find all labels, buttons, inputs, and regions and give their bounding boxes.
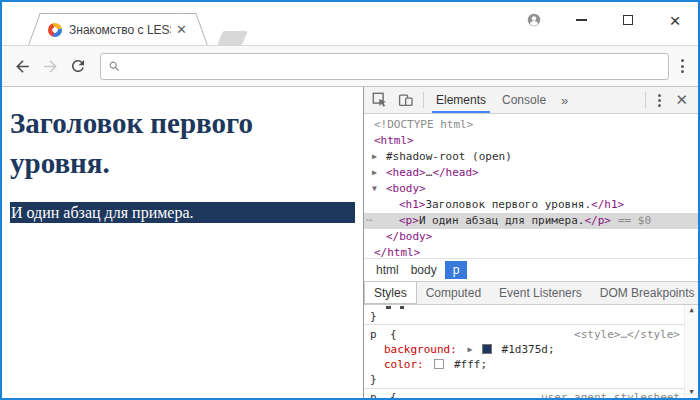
page-paragraph: И один абзац для примера. — [10, 202, 355, 223]
style-rule-p-user-agent[interactable]: p { user agent stylesheet — [364, 388, 684, 398]
breadcrumb-item-html[interactable]: html — [370, 261, 405, 279]
tab-event-listeners[interactable]: Event Listeners — [490, 282, 591, 304]
window-close-button[interactable]: × — [668, 13, 682, 27]
devtools-close-icon[interactable]: ✕ — [669, 87, 698, 113]
main-area: Заголовок первого уровня. И один абзац д… — [2, 87, 698, 398]
search-icon — [101, 54, 127, 78]
declaration-background[interactable]: background: ▶ #1d375d; — [364, 342, 684, 357]
window-controls: × — [527, 7, 682, 33]
devtools-tab-elements[interactable]: Elements — [428, 87, 494, 113]
scroll-down-icon[interactable]: ▼ — [689, 389, 693, 396]
tab-dom-breakpoints[interactable]: DOM Breakpoints — [591, 282, 698, 304]
tree-node-shadow-root[interactable]: ▶#shadow-root (open) — [364, 149, 698, 165]
devtools-toolbar: Elements Console » ✕ — [364, 87, 698, 114]
console-reference-label: == $0 — [618, 214, 651, 227]
tree-collapsed-icon[interactable]: ▶ — [372, 149, 386, 165]
tab-styles[interactable]: Styles — [364, 282, 417, 304]
styles-pane: } p { <style>…</style> background: ▶ #1d… — [364, 305, 698, 398]
minimize-button[interactable] — [574, 13, 588, 27]
style-rule-p[interactable]: p { <style>…</style> background: ▶ #1d37… — [364, 324, 684, 388]
hover-dots-icon[interactable]: … — [366, 210, 373, 226]
devtools-tab-console[interactable]: Console — [494, 87, 554, 113]
toolbar-separator — [423, 92, 424, 108]
shorthand-expand-icon[interactable]: ▶ — [467, 345, 472, 354]
back-button-icon[interactable] — [10, 54, 34, 78]
tree-collapsed-icon[interactable]: ▶ — [372, 165, 386, 181]
rule-close-brace: } — [364, 372, 684, 387]
tree-node-body-open[interactable]: ▼<body> — [364, 181, 698, 197]
tree-node-html-open[interactable]: <html> — [364, 133, 698, 149]
more-tabs-icon[interactable]: » — [554, 87, 575, 113]
browser-menu-kebab-icon[interactable] — [681, 59, 684, 73]
tab-close-icon[interactable]: ✕ — [171, 23, 192, 36]
address-bar[interactable] — [100, 53, 669, 80]
breadcrumb-item-p-selected[interactable]: p — [445, 261, 468, 279]
profile-icon[interactable] — [527, 13, 541, 27]
address-input[interactable] — [127, 54, 668, 79]
favicon-icon — [48, 23, 62, 37]
scroll-up-icon[interactable]: ▲ — [689, 307, 693, 314]
browser-tab[interactable]: Знакомство с LESS ✕ — [42, 13, 194, 45]
elements-tree: <!DOCTYPE html> <html> ▶#shadow-root (op… — [364, 114, 698, 258]
maximize-button[interactable] — [621, 13, 635, 27]
device-toolbar-icon[interactable] — [393, 87, 419, 113]
toolbar-separator — [645, 92, 646, 108]
rule-selector: p — [370, 328, 377, 341]
breadcrumb: html body p — [364, 258, 698, 281]
titlebar: Знакомство с LESS ✕ × — [2, 2, 698, 45]
tab-title: Знакомство с LESS — [69, 23, 171, 37]
forward-button-icon — [38, 54, 62, 78]
tree-expanded-icon[interactable]: ▼ — [372, 181, 386, 197]
inspect-element-icon[interactable] — [364, 87, 393, 113]
tree-node-html-close[interactable]: </html> — [364, 245, 698, 258]
tree-node-h1[interactable]: <h1>Заголовок первого уровня.</h1> — [364, 197, 698, 213]
tree-node-p-selected[interactable]: …<p>И один абзац для примера.</p>== $0 — [364, 213, 698, 229]
page-heading: Заголовок первого уровня. — [10, 103, 342, 183]
color-swatch-white[interactable] — [434, 359, 444, 369]
declaration-color[interactable]: color: #fff; — [364, 357, 684, 372]
devtools-panel: Elements Console » ✕ <!DOCTYPE html> <ht… — [363, 87, 698, 398]
tab-computed[interactable]: Computed — [417, 282, 490, 304]
tree-node-head[interactable]: ▶<head>…</head> — [364, 165, 698, 181]
page-viewport: Заголовок первого уровня. И один абзац д… — [2, 87, 363, 398]
breadcrumb-item-body[interactable]: body — [405, 261, 443, 279]
refresh-button-icon[interactable] — [66, 54, 90, 78]
devtools-menu-kebab-icon[interactable] — [650, 87, 669, 113]
rule-origin-link[interactable]: <style>…</style> — [574, 327, 680, 342]
styles-tab-bar: Styles Computed Event Listeners DOM Brea… — [364, 281, 698, 305]
tree-node-body-close[interactable]: </body> — [364, 229, 698, 245]
color-swatch-navy[interactable] — [482, 344, 492, 354]
new-tab-button[interactable] — [217, 31, 248, 45]
rule-origin-label: user agent stylesheet — [541, 390, 680, 398]
navigation-bar — [2, 45, 698, 87]
previous-rule-close-brace: } — [364, 309, 684, 324]
browser-window: Знакомство с LESS ✕ × — [0, 0, 700, 400]
rule-selector: p — [370, 391, 377, 398]
styles-scrollbar[interactable]: ▲ ▼ — [684, 305, 698, 398]
tree-node-doctype[interactable]: <!DOCTYPE html> — [364, 117, 698, 133]
